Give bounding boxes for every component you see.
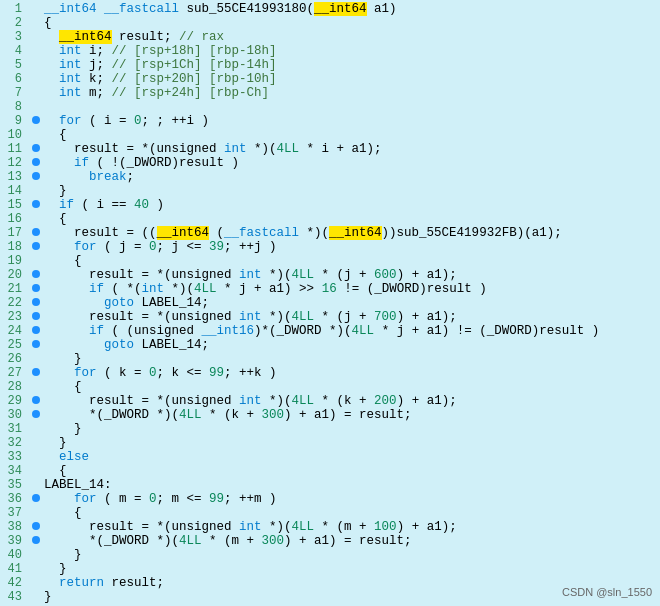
code-line: 30 *(_DWORD *)(4LL * (k + 300) + a1) = r…	[0, 408, 660, 422]
breakpoint-dot	[32, 242, 40, 250]
code-text: {	[44, 16, 660, 30]
line-number: 8	[0, 100, 28, 114]
breakpoint-area[interactable]	[28, 522, 44, 530]
code-line: 1__int64 __fastcall sub_55CE41993180(__i…	[0, 2, 660, 16]
breakpoint-area[interactable]	[28, 368, 44, 376]
code-line: 13 break;	[0, 170, 660, 184]
code-line: 32 }	[0, 436, 660, 450]
code-text: else	[44, 450, 660, 464]
breakpoint-dot	[32, 368, 40, 376]
code-text: for ( k = 0; k <= 99; ++k )	[44, 366, 660, 380]
line-number: 14	[0, 184, 28, 198]
code-line: 25 goto LABEL_14;	[0, 338, 660, 352]
line-number: 29	[0, 394, 28, 408]
breakpoint-dot	[32, 172, 40, 180]
breakpoint-dot	[32, 522, 40, 530]
breakpoint-area[interactable]	[28, 270, 44, 278]
code-line: 26 }	[0, 352, 660, 366]
code-text: }	[44, 422, 660, 436]
code-line: 35LABEL_14:	[0, 478, 660, 492]
code-text: }	[44, 352, 660, 366]
line-number: 37	[0, 506, 28, 520]
code-line: 40 }	[0, 548, 660, 562]
code-line: 34 {	[0, 464, 660, 478]
breakpoint-dot	[32, 298, 40, 306]
line-number: 23	[0, 310, 28, 324]
line-number: 18	[0, 240, 28, 254]
breakpoint-area[interactable]	[28, 326, 44, 334]
line-number: 26	[0, 352, 28, 366]
code-text: int j; // [rsp+1Ch] [rbp-14h]	[44, 58, 660, 72]
breakpoint-dot	[32, 396, 40, 404]
line-number: 34	[0, 464, 28, 478]
code-text: {	[44, 212, 660, 226]
breakpoint-area[interactable]	[28, 200, 44, 208]
code-line: 11 result = *(unsigned int *)(4LL * i + …	[0, 142, 660, 156]
breakpoint-area[interactable]	[28, 396, 44, 404]
code-line: 22 goto LABEL_14;	[0, 296, 660, 310]
code-line: 28 {	[0, 380, 660, 394]
code-line: 29 result = *(unsigned int *)(4LL * (k +…	[0, 394, 660, 408]
line-number: 9	[0, 114, 28, 128]
breakpoint-area[interactable]	[28, 242, 44, 250]
breakpoint-area[interactable]	[28, 410, 44, 418]
code-text: }	[44, 548, 660, 562]
breakpoint-dot	[32, 536, 40, 544]
breakpoint-dot	[32, 410, 40, 418]
line-number: 41	[0, 562, 28, 576]
breakpoint-dot	[32, 228, 40, 236]
line-number: 24	[0, 324, 28, 338]
line-number: 12	[0, 156, 28, 170]
code-text: if ( (unsigned __int16)*(_DWORD *)(4LL *…	[44, 324, 660, 338]
code-text: result = *(unsigned int *)(4LL * (k + 20…	[44, 394, 660, 408]
code-line: 3 __int64 result; // rax	[0, 30, 660, 44]
line-number: 20	[0, 268, 28, 282]
code-line: 19 {	[0, 254, 660, 268]
code-line: 21 if ( *(int *)(4LL * j + a1) >> 16 != …	[0, 282, 660, 296]
line-number: 36	[0, 492, 28, 506]
code-text: result = *(unsigned int *)(4LL * (j + 60…	[44, 268, 660, 282]
line-number: 32	[0, 436, 28, 450]
breakpoint-area[interactable]	[28, 172, 44, 180]
code-line: 8	[0, 100, 660, 114]
code-text: {	[44, 128, 660, 142]
code-text: *(_DWORD *)(4LL * (k + 300) + a1) = resu…	[44, 408, 660, 422]
code-line: 18 for ( j = 0; j <= 39; ++j )	[0, 240, 660, 254]
code-line: 36 for ( m = 0; m <= 99; ++m )	[0, 492, 660, 506]
line-number: 4	[0, 44, 28, 58]
code-text: if ( i == 40 )	[44, 198, 660, 212]
breakpoint-dot	[32, 144, 40, 152]
line-number: 1	[0, 2, 28, 16]
breakpoint-area[interactable]	[28, 298, 44, 306]
code-text: for ( i = 0; ; ++i )	[44, 114, 660, 128]
breakpoint-area[interactable]	[28, 228, 44, 236]
code-line: 9 for ( i = 0; ; ++i )	[0, 114, 660, 128]
line-number: 42	[0, 576, 28, 590]
breakpoint-area[interactable]	[28, 158, 44, 166]
breakpoint-area[interactable]	[28, 284, 44, 292]
breakpoint-area[interactable]	[28, 312, 44, 320]
line-number: 25	[0, 338, 28, 352]
code-line: 37 {	[0, 506, 660, 520]
code-text: for ( j = 0; j <= 39; ++j )	[44, 240, 660, 254]
breakpoint-area[interactable]	[28, 116, 44, 124]
breakpoint-dot	[32, 116, 40, 124]
line-number: 27	[0, 366, 28, 380]
line-number: 11	[0, 142, 28, 156]
line-number: 16	[0, 212, 28, 226]
code-line: 2{	[0, 16, 660, 30]
code-line: 4 int i; // [rsp+18h] [rbp-18h]	[0, 44, 660, 58]
code-line: 20 result = *(unsigned int *)(4LL * (j +…	[0, 268, 660, 282]
breakpoint-area[interactable]	[28, 494, 44, 502]
code-text: *(_DWORD *)(4LL * (m + 300) + a1) = resu…	[44, 534, 660, 548]
code-line: 10 {	[0, 128, 660, 142]
breakpoint-area[interactable]	[28, 340, 44, 348]
code-line: 7 int m; // [rsp+24h] [rbp-Ch]	[0, 86, 660, 100]
code-line: 14 }	[0, 184, 660, 198]
breakpoint-area[interactable]	[28, 144, 44, 152]
breakpoint-dot	[32, 494, 40, 502]
breakpoint-area[interactable]	[28, 536, 44, 544]
breakpoint-dot	[32, 270, 40, 278]
line-number: 43	[0, 590, 28, 604]
line-number: 22	[0, 296, 28, 310]
